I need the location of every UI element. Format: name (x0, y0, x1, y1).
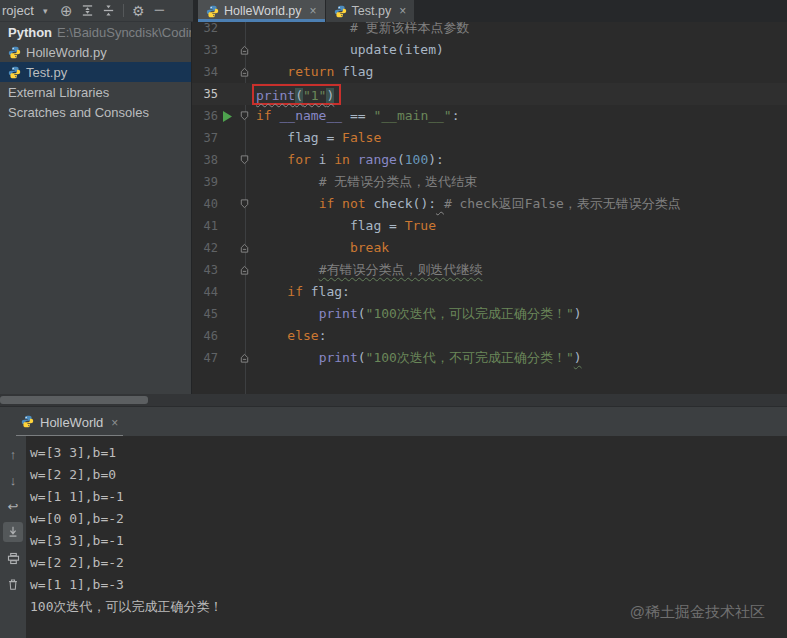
gutter-spacer (218, 347, 236, 369)
gutter-spacer (218, 171, 236, 193)
printer-icon[interactable] (3, 548, 23, 568)
run-console-tab[interactable]: HolleWorld × (16, 410, 123, 437)
fold-spacer (236, 22, 252, 39)
code-line-36[interactable]: 36if __name__ == "__main__": (192, 105, 787, 127)
code-line-39[interactable]: 39 # 无错误分类点，迭代结束 (192, 171, 787, 193)
gutter-spacer (218, 149, 236, 171)
code-text: print("100次迭代，可以完成正确分类！") (252, 303, 787, 325)
minimize-icon[interactable]: ─ (149, 1, 170, 21)
console-tab-label: HolleWorld (40, 415, 103, 430)
line-number: 45 (192, 303, 218, 325)
code-line-43[interactable]: 43 #有错误分类点，则迭代继续 (192, 259, 787, 281)
gutter-spacer (218, 83, 236, 105)
code-line-46[interactable]: 46 else: (192, 325, 787, 347)
expand-all-icon[interactable] (77, 1, 98, 21)
tree-item-label: External Libraries (8, 85, 109, 100)
fold-spacer (236, 171, 252, 193)
tree-item-External Libraries[interactable]: External Libraries (0, 82, 191, 102)
code-text: #有错误分类点，则迭代继续 (252, 259, 787, 281)
fold-down-icon[interactable] (236, 149, 252, 171)
fold-spacer (236, 303, 252, 325)
code-line-47[interactable]: 47 print("100次迭代，不可完成正确分类！") (192, 347, 787, 369)
code-line-35[interactable]: 35print("1") (192, 83, 787, 105)
fold-spacer (236, 83, 252, 105)
code-text: # 无错误分类点，迭代结束 (252, 171, 787, 193)
code-line-45[interactable]: 45 print("100次迭代，可以完成正确分类！") (192, 303, 787, 325)
console-toolbar-stripe: ↑↓↩ (0, 436, 26, 638)
tree-item-Test.py[interactable]: Test.py (0, 62, 191, 82)
line-number: 37 (192, 127, 218, 149)
fold-spacer (236, 215, 252, 237)
arrow-up-icon[interactable]: ↑ (3, 444, 23, 464)
tab-close-icon[interactable]: × (310, 4, 317, 18)
console-line: w=[1 1],b=-1 (30, 486, 777, 508)
python-icon (8, 46, 21, 59)
fold-up-icon[interactable] (236, 237, 252, 259)
project-tool-window-label[interactable]: roject (2, 3, 34, 18)
code-text: else: (252, 325, 787, 347)
code-text: if flag: (252, 281, 787, 303)
soft-wrap-icon[interactable]: ↩ (3, 496, 23, 516)
line-number: 34 (192, 61, 218, 83)
scroll-end-icon[interactable] (3, 522, 23, 542)
code-text: flag = True (252, 215, 787, 237)
code-line-37[interactable]: 37 flag = False (192, 127, 787, 149)
fold-spacer (236, 127, 252, 149)
fold-up-icon[interactable] (236, 39, 252, 61)
code-line-44[interactable]: 44 if flag: (192, 281, 787, 303)
collapse-all-icon[interactable] (98, 1, 119, 21)
code-line-33[interactable]: 33 update(item) (192, 39, 787, 61)
project-toolbar: roject ▾⊕⚙─ (0, 0, 193, 22)
console-line: w=[1 1],b=-3 (30, 574, 777, 596)
fold-spacer (236, 281, 252, 303)
tree-item-label: Test.py (26, 65, 67, 80)
settings-icon[interactable]: ⚙ (128, 1, 149, 21)
line-number: 47 (192, 347, 218, 369)
fold-up-icon[interactable] (236, 61, 252, 83)
gutter-spacer (218, 303, 236, 325)
arrow-down-icon[interactable]: ↓ (3, 470, 23, 490)
tab-close-icon[interactable]: × (399, 4, 406, 18)
python-icon (8, 66, 21, 79)
caret-down-icon[interactable]: ▾ (35, 1, 56, 21)
tree-item-HolleWorld.py[interactable]: HolleWorld.py (0, 42, 191, 62)
code-text: # 更新该样本点参数 (252, 22, 787, 39)
fold-down-icon[interactable] (236, 193, 252, 215)
console-line: w=[3 3],b=-1 (30, 530, 777, 552)
code-line-42[interactable]: 42 break (192, 237, 787, 259)
pycharm-window: roject ▾⊕⚙─ HolleWorld.py×Test.py× Pytho… (0, 0, 787, 638)
code-line-34[interactable]: 34 return flag (192, 61, 787, 83)
fold-up-icon[interactable] (236, 259, 252, 281)
python-icon (206, 5, 219, 18)
locate-icon[interactable]: ⊕ (56, 1, 77, 21)
fold-up-icon[interactable] (236, 347, 252, 369)
toolbar-divider (123, 4, 124, 17)
editor-tab-Test.py[interactable]: Test.py× (326, 0, 415, 22)
console-line: w=[2 2],b=-2 (30, 552, 777, 574)
code-line-41[interactable]: 41 flag = True (192, 215, 787, 237)
console-line: w=[0 0],b=-2 (30, 508, 777, 530)
fold-down-icon[interactable] (236, 105, 252, 127)
fold-spacer (236, 325, 252, 347)
line-number: 43 (192, 259, 218, 281)
gutter-spacer (218, 215, 236, 237)
tree-item-Scratches and Consoles[interactable]: Scratches and Consoles (0, 102, 191, 122)
panel-scrollbar-thumb[interactable] (0, 396, 148, 404)
run-line-icon[interactable] (218, 105, 236, 127)
trash-icon[interactable] (3, 574, 23, 594)
line-number: 39 (192, 171, 218, 193)
code-line-32[interactable]: 32 # 更新该样本点参数 (192, 22, 787, 39)
editor-tab-HolleWorld.py[interactable]: HolleWorld.py× (198, 0, 325, 22)
project-root-row[interactable]: PythonE:\BaiduSyncdisk\Codin (0, 22, 191, 42)
annotation-red-box: print("1") (252, 84, 341, 105)
code-line-40[interactable]: 40 if not check(): # check返回False，表示无错误分… (192, 193, 787, 215)
project-root-name: Python (8, 25, 52, 40)
code-editor[interactable]: 32 # 更新该样本点参数33 update(item)34 return fl… (192, 22, 787, 394)
console-tab-close-icon[interactable]: × (111, 416, 118, 430)
code-line-38[interactable]: 38 for i in range(100): (192, 149, 787, 171)
gutter-spacer (218, 39, 236, 61)
python-icon (334, 5, 347, 18)
console-output[interactable]: w=[3 3],b=1w=[2 2],b=0w=[1 1],b=-1w=[0 0… (30, 442, 777, 618)
panel-scrollbar-track (0, 394, 787, 406)
console-line: w=[2 2],b=0 (30, 464, 777, 486)
